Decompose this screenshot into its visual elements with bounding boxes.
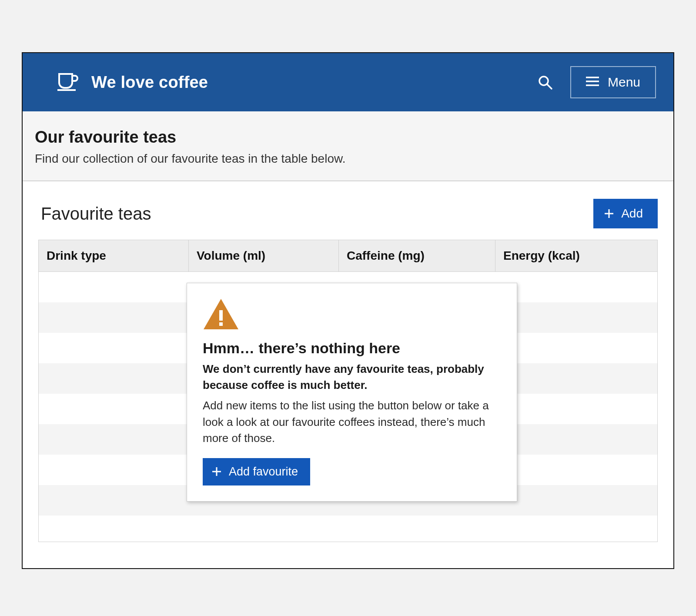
menu-button[interactable]: Menu bbox=[570, 66, 656, 98]
empty-state-popover: Hmm… there’s nothing here We don’t curre… bbox=[187, 283, 517, 502]
svg-rect-9 bbox=[219, 310, 223, 321]
search-icon[interactable] bbox=[537, 74, 553, 90]
plus-icon bbox=[604, 208, 614, 219]
teas-table: Drink type Volume (ml) Caffeine (mg) Ene… bbox=[38, 240, 658, 542]
empty-state-body: Add new items to the list using the butt… bbox=[203, 398, 501, 447]
add-favourite-button-label: Add favourite bbox=[229, 465, 298, 479]
brand: We love coffee bbox=[57, 71, 529, 93]
add-button-label: Add bbox=[621, 207, 643, 221]
page-title: Our favourite teas bbox=[35, 128, 661, 147]
app-window: We love coffee bbox=[22, 52, 674, 569]
hamburger-icon bbox=[586, 75, 599, 90]
empty-state-title: Hmm… there’s nothing here bbox=[203, 340, 501, 357]
add-button[interactable]: Add bbox=[593, 199, 658, 228]
page-header: Our favourite teas Find our collection o… bbox=[23, 111, 673, 181]
brand-title: We love coffee bbox=[91, 73, 208, 92]
menu-button-label: Menu bbox=[608, 75, 640, 90]
plus-icon bbox=[211, 466, 222, 477]
table-header-row: Drink type Volume (ml) Caffeine (mg) Ene… bbox=[39, 240, 657, 272]
card-title: Favourite teas bbox=[41, 204, 151, 224]
coffee-cup-icon bbox=[57, 71, 79, 93]
favourite-teas-card: Favourite teas Add Drink type Volume (ml… bbox=[23, 181, 673, 568]
page-subtitle: Find our collection of our favourite tea… bbox=[35, 152, 661, 166]
column-header-drink-type[interactable]: Drink type bbox=[39, 240, 189, 271]
column-header-energy[interactable]: Energy (kcal) bbox=[495, 240, 657, 271]
column-header-volume[interactable]: Volume (ml) bbox=[189, 240, 339, 271]
add-favourite-button[interactable]: Add favourite bbox=[203, 458, 310, 485]
svg-line-2 bbox=[547, 84, 552, 89]
column-header-caffeine[interactable]: Caffeine (mg) bbox=[339, 240, 495, 271]
empty-state-subtitle: We don’t currently have any favourite te… bbox=[203, 361, 501, 393]
topbar: We love coffee bbox=[23, 53, 673, 111]
svg-rect-10 bbox=[219, 322, 223, 326]
warning-icon bbox=[203, 298, 501, 332]
